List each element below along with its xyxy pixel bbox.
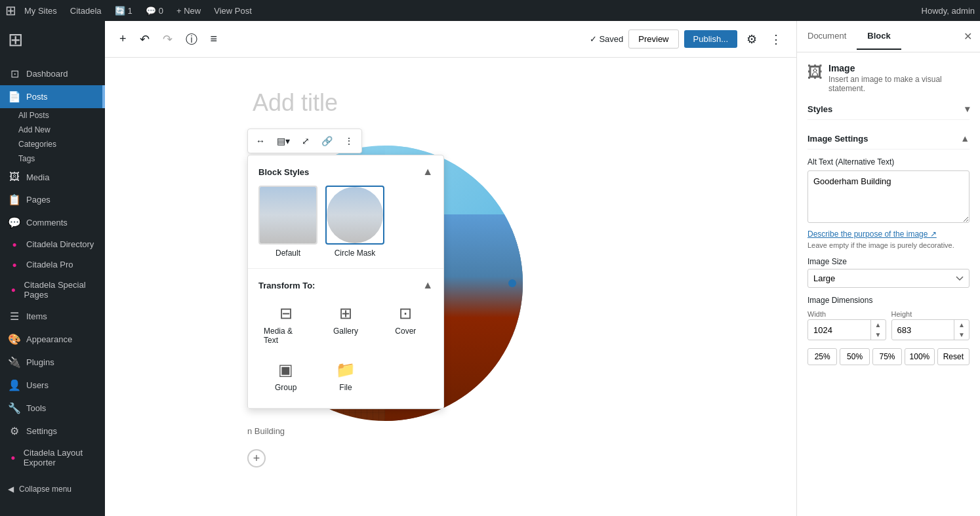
sidebar-item-citadela-special[interactable]: ● Citadela Special Pages: [0, 275, 105, 305]
image-settings-title: Image Settings: [807, 134, 868, 144]
transform-cover-label: Cover: [395, 327, 416, 336]
more-block-options-button[interactable]: ⋮: [339, 132, 359, 150]
sidebar-item-appearance[interactable]: 🎨 Appearance: [0, 328, 105, 351]
plugins-icon: 🔌: [8, 356, 21, 368]
height-increment[interactable]: ▲: [954, 320, 969, 330]
style-circle-mask[interactable]: Circle Mask: [325, 186, 384, 258]
styles-section: Styles ▾: [807, 104, 970, 120]
height-group: Height ▲ ▼: [891, 310, 970, 340]
panel-close-button[interactable]: ✕: [956, 25, 980, 48]
menu-button[interactable]: ≡: [207, 28, 222, 50]
alt-text-input[interactable]: [807, 170, 970, 223]
width-input[interactable]: [808, 321, 870, 339]
image-size-select[interactable]: Large: [807, 269, 970, 288]
info-button[interactable]: ⓘ: [182, 28, 201, 51]
sidebar-item-pages[interactable]: 📋 Pages: [0, 188, 105, 211]
block-type-details: Image Insert an image to make a visual s…: [828, 63, 970, 93]
sidebar-item-add-new[interactable]: Add New: [18, 123, 105, 137]
move-button[interactable]: ⤢: [296, 132, 315, 150]
describe-hint: Leave empty if the image is purely decor…: [807, 241, 970, 249]
tab-document[interactable]: Document: [797, 23, 857, 50]
wp-logo-icon[interactable]: ⊞: [5, 3, 16, 18]
percent-25-button[interactable]: 25%: [807, 348, 837, 365]
width-increment[interactable]: ▲: [871, 320, 886, 330]
preview-button[interactable]: Preview: [628, 30, 678, 49]
sidebar-item-users[interactable]: 👤 Users: [0, 374, 105, 397]
image-settings-toggle[interactable]: ▲: [960, 133, 970, 144]
percent-100-button[interactable]: 100%: [905, 348, 934, 365]
link-button[interactable]: 🔗: [316, 132, 338, 150]
appearance-icon: 🎨: [8, 333, 21, 346]
sidebar-item-items[interactable]: ☰ Items: [0, 305, 105, 328]
sidebar-label-comments: Comments: [26, 218, 68, 228]
redo-button[interactable]: ↷: [159, 28, 176, 50]
sidebar-item-citadela-directory[interactable]: ● Citadela Directory: [0, 234, 105, 254]
updates-link[interactable]: 🔄 1: [110, 0, 138, 21]
sidebar-item-tools[interactable]: 🔧 Tools: [0, 397, 105, 420]
sidebar-item-categories[interactable]: Categories: [18, 137, 105, 151]
undo-button[interactable]: ↶: [136, 28, 153, 50]
sidebar-label-settings: Settings: [26, 426, 57, 436]
comments-link[interactable]: 💬 0: [140, 0, 169, 21]
more-options-button[interactable]: ⋮: [766, 28, 786, 50]
right-panel: Document Block ✕ 🖼 Image Insert an image…: [796, 21, 980, 516]
my-sites-link[interactable]: My Sites: [19, 0, 62, 21]
height-input[interactable]: [892, 321, 954, 339]
collapse-label: Collapse menu: [19, 485, 71, 494]
view-post-link[interactable]: View Post: [209, 0, 257, 21]
width-decrement[interactable]: ▼: [871, 330, 886, 340]
sidebar-item-citadela-pro[interactable]: ● Citadela Pro: [0, 254, 105, 275]
transform-group[interactable]: ▣ Group: [258, 355, 313, 397]
tab-block[interactable]: Block: [857, 23, 901, 50]
transform-title: Transform To:: [258, 281, 315, 290]
transform-group-label: Group: [275, 383, 296, 392]
citadela-pro-icon: ●: [8, 260, 21, 269]
resize-handle[interactable]: [508, 279, 516, 287]
new-link[interactable]: + New: [171, 0, 206, 21]
percent-75-button[interactable]: 75%: [872, 348, 902, 365]
transform-media-text[interactable]: ⊟ Media & Text: [258, 299, 313, 350]
sidebar-label-citadela-directory: Citadela Directory: [26, 239, 94, 249]
sidebar-item-citadela-layout[interactable]: ● Citadela Layout Exporter: [0, 443, 105, 473]
citadela-layout-icon: ●: [8, 453, 18, 462]
styles-toggle[interactable]: ▾: [965, 104, 970, 114]
image-dimensions-label: Image Dimensions: [807, 296, 970, 305]
image-size-label: Image Size: [807, 257, 970, 266]
reset-button[interactable]: Reset: [937, 348, 970, 365]
transform-media-text-label: Media & Text: [264, 327, 308, 345]
styles-section-header: Styles ▾: [807, 104, 970, 120]
block-type-button[interactable]: ▤▾: [272, 132, 295, 150]
sidebar-item-media[interactable]: 🖼 Media: [0, 166, 105, 188]
settings-panel-button[interactable]: ⚙: [743, 28, 761, 50]
publish-button[interactable]: Publish...: [684, 30, 737, 48]
transform-button[interactable]: ↔: [251, 132, 270, 150]
percent-50-button[interactable]: 50%: [840, 348, 869, 365]
sidebar-item-posts[interactable]: 📄 Posts: [0, 85, 105, 108]
describe-purpose-link[interactable]: Describe the purpose of the image ↗: [807, 229, 970, 239]
citadela-link[interactable]: Citadela: [65, 0, 107, 21]
percent-buttons: 25% 50% 75% 100% Reset: [807, 348, 970, 365]
transform-gallery[interactable]: ⊞ Gallery: [318, 299, 373, 350]
add-block-button[interactable]: +: [115, 28, 131, 50]
sidebar-label-tools: Tools: [26, 403, 46, 413]
block-styles-popup: Block Styles ▲ Default: [247, 155, 444, 409]
style-preview-default: [258, 186, 317, 245]
style-default[interactable]: Default: [258, 186, 317, 258]
collapse-menu-button[interactable]: ◀ Collapse menu: [0, 477, 105, 502]
transform-toggle[interactable]: ▲: [422, 279, 433, 291]
block-styles-toggle[interactable]: ▲: [422, 166, 433, 178]
transform-cover[interactable]: ⊡ Cover: [378, 299, 433, 350]
editor-title[interactable]: Add title: [247, 89, 654, 117]
height-decrement[interactable]: ▼: [954, 330, 969, 340]
sidebar-item-all-posts[interactable]: All Posts: [18, 108, 105, 123]
sidebar-item-comments[interactable]: 💬 Comments: [0, 211, 105, 234]
sidebar-item-plugins[interactable]: 🔌 Plugins: [0, 351, 105, 374]
sidebar-item-tags[interactable]: Tags: [18, 151, 105, 166]
sidebar-item-dashboard[interactable]: ⊡ Dashboard: [0, 62, 105, 85]
style-circle-mask-label: Circle Mask: [335, 248, 376, 258]
add-block-bottom-button[interactable]: +: [247, 449, 266, 467]
transform-file[interactable]: 📁 File: [318, 355, 373, 397]
image-settings-header: Image Settings ▲: [807, 133, 970, 149]
sidebar-label-posts: Posts: [26, 92, 48, 102]
sidebar-item-settings[interactable]: ⚙ Settings: [0, 420, 105, 443]
